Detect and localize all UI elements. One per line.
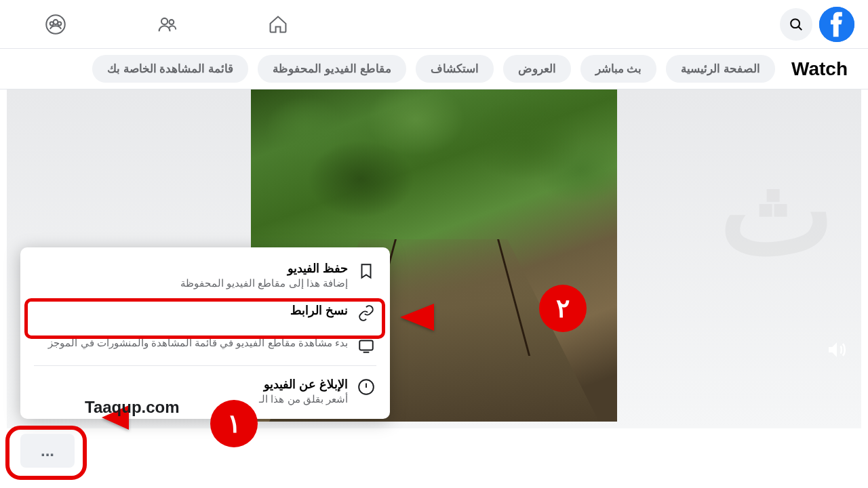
more-options-button[interactable]: ... (20, 434, 75, 468)
menu-subtitle: بدء مشاهدة مقاطع الفيديو في قائمة المشاه… (35, 337, 348, 349)
tab-explore[interactable]: استكشاف (416, 55, 494, 83)
groups-icon[interactable] (41, 9, 71, 39)
svg-point-2 (50, 22, 54, 25)
menu-item-start-watching[interactable]: بدء مشاهدة مقاطع الفيديو في قائمة المشاه… (27, 329, 383, 361)
sound-icon[interactable] (826, 339, 848, 361)
tab-live[interactable]: بث مباشر (580, 55, 657, 83)
svg-point-4 (161, 18, 167, 24)
link-icon (357, 304, 375, 322)
watermark-credit: Taaqup.com (85, 398, 180, 417)
top-navigation-bar (0, 0, 868, 49)
menu-item-save-video[interactable]: حفظ الفيديو إضافة هذا إلى مقاطع الفيديو … (27, 254, 383, 296)
tab-watchlist[interactable]: قائمة المشاهدة الخاصة بك (92, 55, 248, 83)
top-right-group (780, 7, 854, 42)
menu-title: الإبلاغ عن الفيديو (35, 377, 348, 392)
home-icon[interactable] (263, 9, 293, 39)
tab-home[interactable]: الصفحة الرئيسية (666, 55, 775, 83)
annotation-step-2-badge: ٢ (539, 285, 587, 332)
friends-icon[interactable] (152, 9, 182, 39)
annotation-step-1-badge: ١ (210, 400, 258, 447)
bookmark-icon (357, 262, 375, 280)
tab-shows[interactable]: العروض (503, 55, 571, 83)
svg-point-5 (169, 20, 174, 24)
video-context-menu: حفظ الفيديو إضافة هذا إلى مقاطع الفيديو … (20, 247, 390, 419)
svg-rect-8 (359, 340, 373, 350)
menu-subtitle: إضافة هذا إلى مقاطع الفيديو المحفوظة (35, 277, 348, 289)
alert-icon (357, 378, 375, 396)
svg-point-6 (791, 19, 800, 28)
menu-item-copy-link[interactable]: نسخ الرابط (27, 296, 383, 329)
tv-icon (357, 337, 375, 354)
menu-divider (34, 365, 376, 366)
nav-icons-group (14, 9, 293, 39)
annotation-arrow-2 (400, 297, 536, 340)
search-button[interactable] (780, 8, 812, 41)
facebook-logo[interactable] (819, 7, 854, 42)
menu-title: نسخ الرابط (35, 303, 348, 318)
tab-saved[interactable]: مقاطع الفيديو المحفوظة (258, 55, 406, 83)
watermark-icon: ث (719, 140, 834, 282)
watch-sub-navigation: Watch الصفحة الرئيسية بث مباشر العروض اس… (0, 49, 868, 89)
watch-title: Watch (791, 58, 848, 80)
menu-title: حفظ الفيديو (35, 261, 348, 276)
svg-point-3 (58, 22, 61, 25)
